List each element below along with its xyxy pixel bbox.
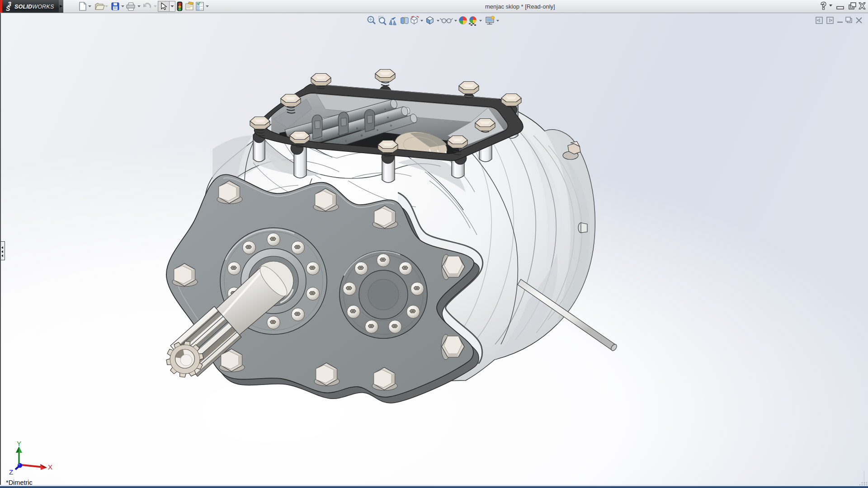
svg-text:Z: Z <box>9 468 13 476</box>
svg-text:S: S <box>6 5 10 12</box>
svg-text:Y: Y <box>17 440 21 447</box>
svg-text:SOLIDWORKS: SOLIDWORKS <box>14 4 54 10</box>
svg-text:X: X <box>48 463 52 471</box>
